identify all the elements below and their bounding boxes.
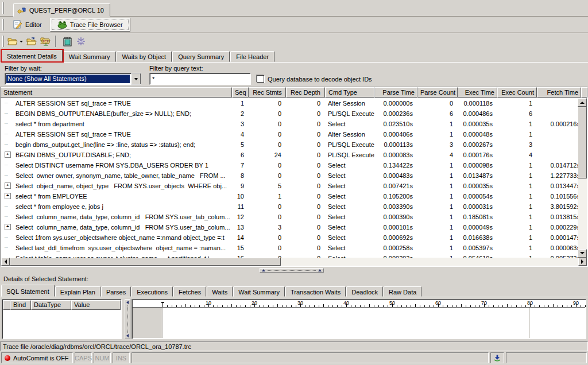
decode-object-ids-checkbox[interactable] <box>257 75 264 83</box>
col-header-rec-stmts[interactable]: Rec Stmts <box>249 87 286 98</box>
col-header-cmd-type[interactable]: Cmd Type <box>325 87 374 98</box>
open-ftp-button[interactable]: FTP <box>39 35 52 48</box>
seq-cell: 1 <box>232 99 249 107</box>
table-row[interactable]: ALTER SESSION SET sql_trace = TRUE 1 0 0… <box>1 98 587 108</box>
tree-expand-icon[interactable] <box>1 193 16 199</box>
col-header-rec-depth[interactable]: Rec Depth <box>286 87 325 98</box>
scroll-down-button[interactable] <box>578 249 587 258</box>
tab-file-header[interactable]: File Header <box>230 51 274 62</box>
vertical-scrollbar[interactable] <box>578 98 587 258</box>
vertical-scroll-thumb[interactable] <box>578 107 587 178</box>
open-trace-file-button[interactable] <box>6 35 19 48</box>
tree-expand-icon[interactable] <box>1 204 16 209</box>
col-header-exec-time[interactable]: Exec Time <box>458 87 497 98</box>
scroll-up-button[interactable] <box>578 98 587 107</box>
tab-transaction-waits-label: Transaction Waits <box>291 289 341 296</box>
col-header-parse-count[interactable]: Parse Count <box>417 87 458 98</box>
table-row[interactable]: select * from EMPLOYEE 10 1 0 Select 0.1… <box>1 191 587 201</box>
tree-expand-icon[interactable] <box>1 111 16 117</box>
tab-statement-details[interactable]: Statement Details <box>1 49 63 62</box>
tab-fetches[interactable]: Fetches <box>173 286 206 297</box>
table-row[interactable]: begin dbms_output.get_line(line => :line… <box>1 139 587 149</box>
seq-cell: 4 <box>232 130 249 138</box>
seq-cell: 11 <box>232 203 249 210</box>
horizontal-scrollbar[interactable] <box>1 258 587 266</box>
tree-expand-icon[interactable] <box>1 214 16 220</box>
seq-cell: 10 <box>232 192 249 200</box>
dropdown-button[interactable] <box>131 73 141 84</box>
table-row[interactable]: ALTER SESSION SET sql_trace = TRUE 4 0 0… <box>1 129 587 139</box>
table-row[interactable]: Select object_name, object_type FROM SYS… <box>1 180 587 191</box>
bind-col-header-bind[interactable]: Bind <box>10 300 31 310</box>
session-tab[interactable]: QUEST_PERF@ORCL 10 <box>13 3 110 17</box>
tab-wait-summary[interactable]: Wait Summary <box>63 51 116 62</box>
table-row[interactable]: BEGIN DBMS_OUTPUT.ENABLE(buffer_size => … <box>1 108 587 118</box>
tab-deadlock[interactable]: Deadlock <box>346 286 383 297</box>
filter-query-input[interactable] <box>149 73 251 85</box>
table-row[interactable]: Select DISTINCT username FROM SYS.DBA_US… <box>1 160 587 170</box>
sql-statement-editor[interactable]: 102030405060708090 <box>131 299 586 339</box>
toolbar-grip[interactable] <box>2 2 4 14</box>
table-row[interactable]: Select 1from sys.user_objectswhere objec… <box>1 232 587 242</box>
tree-expand-icon[interactable] <box>1 182 16 189</box>
scroll-left-button[interactable] <box>1 258 10 266</box>
col-header-fetch-time[interactable]: Fetch Time <box>537 87 581 98</box>
tree-expand-icon[interactable] <box>1 224 16 230</box>
horizontal-scroll-thumb[interactable] <box>10 258 281 266</box>
tree-expand-icon[interactable] <box>1 152 16 158</box>
view-notes-button[interactable] <box>61 35 74 48</box>
tab-trace-file-browser[interactable]: Trace File Browser <box>50 18 130 32</box>
col-header-exec-count[interactable]: Exec Count <box>497 87 537 98</box>
bind-col-header-datatype[interactable]: DataType <box>31 300 71 310</box>
open-recent-button[interactable] <box>25 35 38 48</box>
tab-trace-file-browser-label: Trace File Browser <box>70 21 123 28</box>
tab-raw-data-label: Raw Data <box>389 289 416 296</box>
toolbar-grip[interactable] <box>2 36 4 47</box>
tree-expand-icon[interactable] <box>1 100 16 106</box>
scroll-right-button[interactable] <box>578 258 587 266</box>
parse-time-cell: 0.007421s <box>374 182 417 189</box>
tab-waits-by-object[interactable]: Waits by Object <box>117 51 172 62</box>
fetch-time-cell: 0.013815s <box>537 213 581 220</box>
tree-expand-icon[interactable] <box>1 131 16 137</box>
col-header-seq[interactable]: Seq <box>232 87 249 98</box>
tab-executions[interactable]: Executions <box>131 286 173 297</box>
filter-wait-dropdown[interactable]: None (Show All Statements) <box>5 73 141 85</box>
tab-editor[interactable]: Editor <box>9 18 47 30</box>
table-row[interactable]: Select column_name, data_type, column_id… <box>1 222 587 232</box>
tab-waits[interactable]: Waits <box>207 286 233 297</box>
exec-time-cell: 0.000054s <box>458 192 497 200</box>
tab-wait-summary-detail[interactable]: Wait Summary <box>233 286 285 297</box>
table-row[interactable]: Select column_name, data_type, column_id… <box>1 211 587 222</box>
tab-sql-statement[interactable]: SQL Statement <box>1 285 55 297</box>
load-status-panel <box>490 352 504 363</box>
options-button[interactable] <box>75 35 87 48</box>
tab-explain-plan[interactable]: Explain Plan <box>55 286 100 297</box>
tab-query-summary[interactable]: Query Summary <box>172 51 230 62</box>
bind-editor-splitter[interactable] <box>125 299 130 339</box>
toolbar-grip[interactable] <box>2 19 4 30</box>
table-row[interactable]: Select owner owner, synonym_name, table_… <box>1 170 587 180</box>
table-row[interactable]: Select last_ddl_timefrom sys.user_object… <box>1 242 587 253</box>
fetch-time-cell: 0.101556s <box>537 192 581 200</box>
tree-expand-icon[interactable] <box>1 142 16 147</box>
col-header-parse-time[interactable]: Parse Time <box>374 87 417 98</box>
splitter-handle[interactable] <box>260 268 324 273</box>
table-row[interactable]: select * from department 3 0 0 Select 0.… <box>1 118 587 129</box>
tab-raw-data[interactable]: Raw Data <box>384 286 421 297</box>
table-row[interactable]: BEGIN DBMS_OUTPUT.DISABLE; END; 6 24 0 P… <box>1 149 587 160</box>
tree-expand-icon[interactable] <box>1 121 16 127</box>
col-header-statement[interactable]: Statement <box>1 87 232 98</box>
table-row[interactable]: select * from employee e, jobs j 11 0 0 … <box>1 201 587 211</box>
statement-text: select * from employee e, jobs j <box>16 203 103 210</box>
tree-expand-icon[interactable] <box>1 235 16 240</box>
tree-expand-icon[interactable] <box>1 173 16 178</box>
tab-transaction-waits[interactable]: Transaction Waits <box>285 286 346 297</box>
tree-expand-icon[interactable] <box>1 245 16 251</box>
statement-cell: begin dbms_output.get_line(line => :line… <box>1 141 232 148</box>
rec-stmts-cell: 0 <box>249 244 286 251</box>
tab-parses[interactable]: Parses <box>101 286 131 297</box>
bind-col-header-value[interactable]: Value <box>71 300 121 310</box>
tree-expand-icon[interactable] <box>1 162 16 168</box>
open-dropdown-arrow[interactable] <box>20 41 23 44</box>
